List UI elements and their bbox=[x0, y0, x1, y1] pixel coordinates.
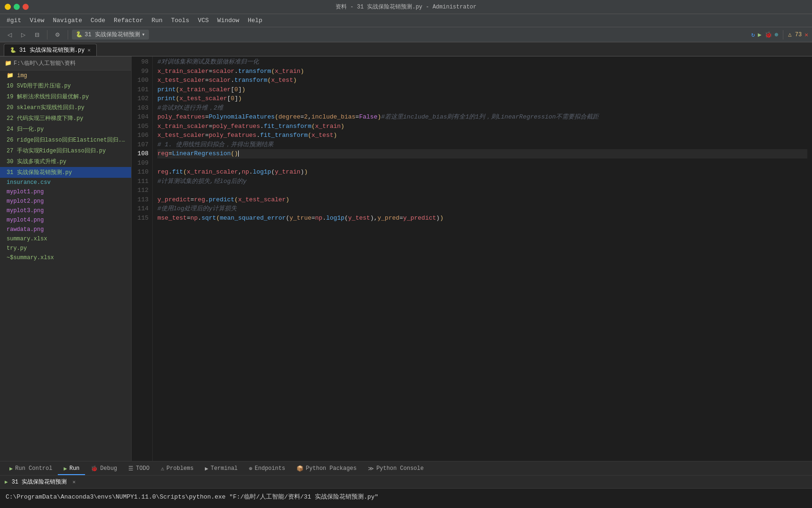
tab-run-control[interactable]: ▶ Run Control bbox=[4, 463, 58, 475]
file-tab-active[interactable]: 🐍 31 实战保险花销预测.py ✕ bbox=[4, 44, 97, 56]
menu-tools[interactable]: Tools bbox=[167, 16, 193, 25]
problems-icon: ⚠ bbox=[161, 465, 164, 472]
error-close-btn[interactable]: ✕ bbox=[804, 31, 808, 39]
toolbar-nav-back[interactable]: ◁ bbox=[4, 31, 16, 39]
menu-run[interactable]: Run bbox=[148, 16, 166, 25]
file-tab-close-btn[interactable]: ✕ bbox=[87, 47, 91, 53]
sidebar-item-19[interactable]: 19 解析法求线性回归最优解.py bbox=[0, 91, 131, 102]
sidebar-item-20[interactable]: 20 sklearn实现线性回归.py bbox=[0, 102, 131, 113]
run-control-icon: ▶ bbox=[9, 465, 13, 472]
sidebar-item-img[interactable]: 📁 img bbox=[0, 71, 131, 80]
toolbar-debug-btn[interactable]: 🐞 bbox=[765, 31, 772, 39]
sidebar-item-png2[interactable]: myplot2.png bbox=[0, 197, 131, 206]
code-line-113: y_predict=reg.predict(x_test_scaler) bbox=[157, 195, 807, 205]
code-line-100: x_test_scaler=scalor.transform(x_test) bbox=[157, 76, 807, 85]
run-tab-name: 31 实战保险花销预测 bbox=[12, 478, 67, 486]
sidebar-item-png3[interactable]: myplot3.png bbox=[0, 206, 131, 215]
sidebar-path-icon: 📁 bbox=[5, 60, 12, 67]
maximize-btn[interactable] bbox=[14, 4, 20, 10]
sidebar-item-27[interactable]: 27 手动实现Ridge回归Lasso回归.py bbox=[0, 145, 131, 156]
debug-icon: 🐞 bbox=[91, 465, 98, 472]
run-config-icon: 🐍 bbox=[76, 31, 83, 38]
code-line-115: mse_test=np.sqrt(mean_squared_error(y_tr… bbox=[157, 214, 807, 223]
sidebar-header: 📁 F:\临时\人工智能\资料 bbox=[0, 56, 131, 71]
sidebar-item-svd[interactable]: 10 SVD用于图片压缩.py bbox=[0, 80, 131, 91]
code-lines[interactable]: #对训练集和测试及数据做标准归一化 x_train_scaler=scalor.… bbox=[153, 56, 812, 461]
sidebar-item-summary[interactable]: summary.xlsx bbox=[0, 234, 131, 244]
code-line-106: x_test_scaler=poly_featrues.fit_transfor… bbox=[157, 131, 807, 140]
code-line-103: #尝试对X进行升维，2维 bbox=[157, 103, 807, 113]
sidebar-item-24[interactable]: 24 归一化.py bbox=[0, 124, 131, 135]
sidebar-item-26[interactable]: 26 ridge回归lasso回归Elasticnet回归.py bbox=[0, 135, 131, 145]
tab-debug[interactable]: 🐞 Debug bbox=[85, 463, 123, 475]
toolbar-nav-forward[interactable]: ▷ bbox=[17, 31, 29, 39]
menu-code[interactable]: Code bbox=[87, 16, 109, 25]
code-line-111: #计算测试集的损失,经log后的y bbox=[157, 177, 807, 186]
window-title: 资料 - 31 实战保险花销预测.py - Administrator bbox=[42, 3, 770, 11]
sidebar-item-31[interactable]: 31 实战保险花销预测.py bbox=[0, 167, 131, 178]
sidebar-item-22[interactable]: 22 代码实现三种梯度下降.py bbox=[0, 113, 131, 124]
tab-endpoints[interactable]: ⊕ Endpoints bbox=[243, 463, 291, 475]
code-line-108: reg=LinearRegression() bbox=[157, 149, 807, 159]
minimize-btn[interactable] bbox=[5, 4, 11, 10]
sidebar-item-rawdata[interactable]: rawdata.png bbox=[0, 225, 131, 234]
tab-run[interactable]: ▶ Run bbox=[58, 463, 85, 475]
terminal-command: C:\ProgramData\Anaconda3\envs\NUMPY1.11.… bbox=[6, 492, 806, 501]
code-line-102: print(x_test_scaler[0]) bbox=[157, 94, 807, 103]
run-active-icon: ▶ bbox=[5, 479, 8, 485]
menu-navigate[interactable]: Navigate bbox=[49, 16, 86, 25]
sidebar-item-png4[interactable]: myplot4.png bbox=[0, 215, 131, 225]
run-tab-close[interactable]: ✕ bbox=[72, 479, 76, 485]
menu-vcs[interactable]: VCS bbox=[194, 16, 212, 25]
sidebar-item-png1[interactable]: myplot1.png bbox=[0, 187, 131, 197]
menu-bar: #git View Navigate Code Refactor Run Too… bbox=[0, 14, 812, 27]
python-packages-icon: 📦 bbox=[297, 465, 304, 472]
line-numbers: 98 99 100 101 102 103 104 105 106 107 10… bbox=[132, 56, 153, 461]
code-line-101: print(x_train_scaler[0]) bbox=[157, 85, 807, 95]
sidebar-item-try[interactable]: try.py bbox=[0, 244, 131, 253]
run-config-name: 31 实战保险花销预测 bbox=[85, 31, 140, 39]
tab-python-packages[interactable]: 📦 Python Packages bbox=[291, 463, 362, 475]
tab-problems[interactable]: ⚠ Problems bbox=[155, 463, 199, 475]
toolbar-sep1 bbox=[47, 30, 47, 40]
sidebar-item-30[interactable]: 30 实战多项式升维.py bbox=[0, 156, 131, 167]
toolbar-sync-btn[interactable]: ↻ bbox=[751, 31, 755, 39]
code-content[interactable]: 98 99 100 101 102 103 104 105 106 107 10… bbox=[132, 56, 812, 461]
endpoints-icon: ⊕ bbox=[249, 465, 252, 472]
run-config-selector[interactable]: 🐍 31 实战保险花销预测 ▾ bbox=[72, 30, 149, 40]
sidebar-item-tmp-summary[interactable]: ~$summary.xlsx bbox=[0, 253, 131, 262]
menu-git[interactable]: #git bbox=[3, 16, 25, 25]
menu-help[interactable]: Help bbox=[244, 16, 266, 25]
code-line-104: poly_featrues=PolynomialFeatures(degree=… bbox=[157, 112, 807, 122]
file-tab-label: 31 实战保险花销预测.py bbox=[19, 46, 85, 54]
main-area: 📁 F:\临时\人工智能\资料 📁 img 10 SVD用于图片压缩.py 19… bbox=[0, 56, 812, 461]
title-bar: 资料 - 31 实战保险花销预测.py - Administrator bbox=[0, 0, 812, 14]
sidebar-item-csv[interactable]: insurance.csv bbox=[0, 178, 131, 187]
close-btn[interactable] bbox=[23, 4, 29, 10]
menu-window[interactable]: Window bbox=[213, 16, 243, 25]
toolbar-recent-files[interactable]: ⊟ bbox=[31, 31, 43, 39]
todo-icon: ☰ bbox=[128, 465, 133, 472]
bottom-panel: ▶ Run Control ▶ Run 🐞 Debug ☰ TODO ⚠ Pro… bbox=[0, 461, 812, 508]
terminal-icon: ▶ bbox=[205, 465, 208, 472]
sidebar-path: F:\临时\人工智能\资料 bbox=[14, 59, 76, 67]
toolbar-profile-btn[interactable]: ⊕ bbox=[775, 31, 779, 39]
tab-todo[interactable]: ☰ TODO bbox=[123, 463, 155, 475]
tab-python-console[interactable]: ≫ Python Console bbox=[362, 463, 429, 475]
code-line-107: # 1. 使用线性回归拟合，并得出预测结果 bbox=[157, 140, 807, 150]
tab-terminal[interactable]: ▶ Terminal bbox=[199, 463, 243, 475]
terminal-empty-space bbox=[6, 501, 806, 508]
code-editor: 98 99 100 101 102 103 104 105 106 107 10… bbox=[132, 56, 812, 461]
menu-view[interactable]: View bbox=[26, 16, 48, 25]
code-line-99: x_train_scaler=scalor.transform(x_train) bbox=[157, 67, 807, 76]
menu-refactor[interactable]: Refactor bbox=[110, 16, 147, 25]
toolbar-run-btn[interactable]: ▶ bbox=[758, 31, 762, 39]
code-line-114: #使用log处理后的y计算损失 bbox=[157, 204, 807, 214]
toolbar-settings[interactable]: ⚙ bbox=[51, 31, 64, 39]
toolbar: ◁ ▷ ⊟ ⚙ 🐍 31 实战保险花销预测 ▾ ↻ ▶ 🐞 ⊕ △ 73 ✕ bbox=[0, 27, 812, 42]
warning-count[interactable]: △ 73 bbox=[788, 31, 802, 38]
run-config-chevron: ▾ bbox=[142, 31, 145, 38]
terminal-content[interactable]: C:\ProgramData\Anaconda3\envs\NUMPY1.11.… bbox=[0, 489, 812, 508]
run-icon: ▶ bbox=[63, 465, 67, 472]
toolbar-sep3 bbox=[783, 30, 783, 40]
